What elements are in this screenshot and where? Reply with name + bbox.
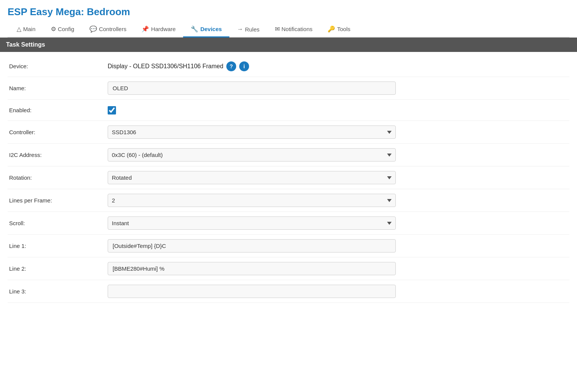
line2-row: Line 2: — [8, 257, 569, 280]
config-icon: ⚙ — [51, 25, 56, 33]
line1-input[interactable] — [108, 239, 396, 252]
scroll-row: Scroll: Instant Smooth — [8, 212, 569, 235]
i2c-address-row: I2C Address: 0x3C (60) - (default) 0x3D … — [8, 144, 569, 166]
tab-config-label: Config — [58, 26, 74, 32]
enabled-control — [108, 106, 568, 114]
line2-control — [108, 262, 568, 275]
tab-notifications-label: Notifications — [282, 26, 313, 32]
scroll-select[interactable]: Instant Smooth — [108, 216, 396, 230]
name-control — [108, 82, 568, 95]
tab-devices[interactable]: 🔧 Devices — [183, 22, 229, 38]
controller-control: SSD1306 SH1106 — [108, 125, 568, 139]
line3-input[interactable] — [108, 285, 396, 298]
name-label: Name: — [9, 85, 108, 91]
help-icon-button[interactable]: ? — [226, 61, 236, 71]
page-wrapper: ESP Easy Mega: Bedroom △ Main ⚙ Config 💬… — [0, 0, 577, 392]
controller-select[interactable]: SSD1306 SH1106 — [108, 125, 396, 139]
device-label: Device: — [9, 63, 108, 69]
devices-icon: 🔧 — [191, 25, 198, 33]
name-input[interactable] — [108, 82, 396, 95]
tab-controllers-label: Controllers — [99, 26, 127, 32]
notifications-icon: ✉ — [275, 25, 280, 33]
i2c-address-control: 0x3C (60) - (default) 0x3D (61) — [108, 148, 568, 162]
rotation-label: Rotation: — [9, 174, 108, 181]
name-row: Name: — [8, 77, 569, 100]
tab-rules[interactable]: → Rules — [229, 22, 267, 38]
tools-icon: 🔑 — [328, 25, 335, 33]
tab-rules-label: Rules — [245, 26, 259, 33]
device-control: Display - OLED SSD1306/SH1106 Framed ? i — [108, 61, 568, 71]
line1-control — [108, 239, 568, 252]
controllers-icon: 💬 — [89, 25, 97, 33]
hardware-icon: 📌 — [141, 25, 149, 33]
rules-icon: → — [237, 26, 243, 33]
tab-notifications[interactable]: ✉ Notifications — [267, 22, 320, 38]
tab-hardware[interactable]: 📌 Hardware — [134, 22, 183, 38]
lines-per-frame-row: Lines per Frame: 1 2 3 4 — [8, 189, 569, 212]
line1-row: Line 1: — [8, 235, 569, 257]
enabled-row: Enabled: — [8, 100, 569, 121]
controller-row: Controller: SSD1306 SH1106 — [8, 121, 569, 144]
enabled-checkbox-wrapper — [108, 106, 116, 114]
i2c-address-select[interactable]: 0x3C (60) - (default) 0x3D (61) — [108, 148, 396, 162]
line3-control — [108, 285, 568, 298]
i2c-address-label: I2C Address: — [9, 152, 108, 158]
line1-label: Line 1: — [9, 243, 108, 249]
line3-row: Line 3: — [8, 280, 569, 303]
device-row: Device: Display - OLED SSD1306/SH1106 Fr… — [8, 56, 569, 77]
tab-main[interactable]: △ Main — [9, 22, 43, 38]
lines-per-frame-select[interactable]: 1 2 3 4 — [108, 194, 396, 207]
lines-per-frame-control: 1 2 3 4 — [108, 194, 568, 207]
scroll-control: Instant Smooth — [108, 216, 568, 230]
rotation-control: Normal Rotated — [108, 171, 568, 184]
tab-devices-label: Devices — [200, 26, 222, 32]
rotation-select[interactable]: Normal Rotated — [108, 171, 396, 184]
main-icon: △ — [17, 25, 21, 33]
rotation-row: Rotation: Normal Rotated — [8, 166, 569, 189]
line2-input[interactable] — [108, 262, 396, 275]
enabled-checkbox[interactable] — [108, 106, 116, 114]
header: ESP Easy Mega: Bedroom △ Main ⚙ Config 💬… — [0, 0, 577, 38]
nav-tabs: △ Main ⚙ Config 💬 Controllers 📌 Hardware… — [8, 22, 569, 38]
tab-tools[interactable]: 🔑 Tools — [320, 22, 358, 38]
scroll-label: Scroll: — [9, 220, 108, 226]
tab-controllers[interactable]: 💬 Controllers — [82, 22, 134, 38]
tab-main-label: Main — [23, 26, 36, 32]
line3-label: Line 3: — [9, 288, 108, 295]
page-title: ESP Easy Mega: Bedroom — [8, 6, 569, 18]
line2-label: Line 2: — [9, 265, 108, 272]
tab-tools-label: Tools — [337, 26, 350, 32]
task-settings-header: Task Settings — [0, 38, 577, 52]
tab-config[interactable]: ⚙ Config — [43, 22, 82, 38]
tab-hardware-label: Hardware — [151, 26, 176, 32]
device-value: Display - OLED SSD1306/SH1106 Framed — [108, 63, 223, 70]
controller-label: Controller: — [9, 129, 108, 135]
lines-per-frame-label: Lines per Frame: — [9, 197, 108, 204]
info-icon-button[interactable]: i — [239, 61, 249, 71]
form-body: Device: Display - OLED SSD1306/SH1106 Fr… — [0, 52, 577, 307]
enabled-label: Enabled: — [9, 107, 108, 113]
